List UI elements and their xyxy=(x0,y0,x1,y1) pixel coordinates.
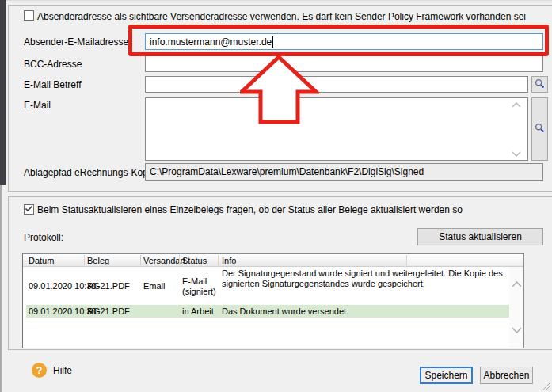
copy-path-value: C:\ProgramData\Lexware\premium\Datenbank… xyxy=(150,166,424,177)
magnifier-icon xyxy=(535,123,545,135)
column-header-status[interactable]: Status xyxy=(182,255,207,266)
sender-email-input[interactable]: info.mustermann@muster.de xyxy=(145,33,543,50)
copy-path-field: C:\ProgramData\Lexware\premium\Datenbank… xyxy=(145,163,543,181)
header-separator xyxy=(179,255,180,265)
table-scrollbar[interactable] xyxy=(509,267,523,348)
protokoll-table: Datum Beleg Versandart Status Info 09.01… xyxy=(22,253,524,348)
copy-path-label: Ablagepfad eRechnungs-Kopien xyxy=(24,167,161,178)
cell-status: in Arbeit xyxy=(182,306,223,317)
cell-status: E-Mail (signiert) xyxy=(182,276,223,296)
table-header: Datum Beleg Versandart Status Info xyxy=(23,254,523,267)
cell-info: Der Signaturgegenstand wurde signiert un… xyxy=(222,268,509,288)
sender-email-label: Absender-E-Mailadresse xyxy=(24,36,128,48)
cell-beleg: RG21.PDF xyxy=(87,281,141,291)
sender-email-value: info.mustermann@muster.de xyxy=(150,36,272,48)
bcc-label: BCC-Adresse xyxy=(24,59,82,70)
table-header-blank xyxy=(407,254,523,265)
table-row-highlighted[interactable]: 09.01.2020 10:30 RG21.PDF in Arbeit Das … xyxy=(26,305,509,318)
column-header-datum[interactable]: Datum xyxy=(29,255,54,266)
background-window-edge xyxy=(0,0,6,185)
save-button[interactable]: Speichern xyxy=(420,367,473,384)
cell-info: Das Dokument wurde versendet. xyxy=(222,306,509,317)
email-body-textarea[interactable] xyxy=(145,97,528,161)
protokoll-label: Protokoll: xyxy=(24,232,63,243)
subject-label: E-Mail Betreff xyxy=(24,79,81,90)
status-refresh-button[interactable]: Status aktualisieren xyxy=(417,228,543,245)
cell-datum: 09.01.2020 10:30 xyxy=(29,306,87,317)
chevron-down-icon[interactable] xyxy=(512,327,522,333)
status-ask-checkbox-label: Beim Statusaktualisieren eines Einzelbel… xyxy=(37,204,463,215)
column-header-beleg[interactable]: Beleg xyxy=(87,255,109,266)
header-separator xyxy=(406,255,407,265)
chevron-up-icon[interactable] xyxy=(512,102,521,108)
window-top-divider xyxy=(6,0,552,1)
column-header-info[interactable]: Info xyxy=(222,255,236,266)
resize-grip-icon[interactable] xyxy=(541,380,551,392)
subject-lookup-button[interactable] xyxy=(531,76,548,93)
header-separator xyxy=(84,255,85,265)
question-mark-glyph: ? xyxy=(36,364,43,376)
subject-input[interactable] xyxy=(145,76,528,93)
bcc-input[interactable] xyxy=(145,55,543,72)
email-body-lookup-button[interactable] xyxy=(531,97,548,161)
chevron-up-icon[interactable] xyxy=(512,281,522,287)
chevron-down-icon[interactable] xyxy=(512,151,521,157)
spf-checkbox[interactable] xyxy=(24,10,34,21)
header-separator xyxy=(140,255,141,265)
cell-datum: 09.01.2020 10:30 xyxy=(29,281,87,291)
background-window-edge-lower xyxy=(0,185,2,392)
cell-versandart: Email xyxy=(143,281,180,291)
header-separator xyxy=(218,255,219,265)
cancel-button[interactable]: Abbrechen xyxy=(480,367,533,384)
email-body-label: E-Mail xyxy=(24,100,51,111)
text-cursor xyxy=(272,36,273,48)
help-label[interactable]: Hilfe xyxy=(53,365,72,376)
email-settings-dialog: Absenderadresse als sichtbare Versendera… xyxy=(0,0,552,392)
checkmark-icon xyxy=(25,204,33,215)
cell-beleg: RG21.PDF xyxy=(87,306,141,317)
table-body: 09.01.2020 10:30 RG21.PDF Email E-Mail (… xyxy=(23,267,509,348)
table-row[interactable]: 09.01.2020 10:30 RG21.PDF Email E-Mail (… xyxy=(26,267,509,305)
help-icon[interactable]: ? xyxy=(32,363,47,378)
magnifier-icon xyxy=(535,78,545,91)
status-ask-checkbox[interactable] xyxy=(24,204,34,215)
spf-checkbox-label: Absenderadresse als sichtbare Versendera… xyxy=(37,11,526,22)
